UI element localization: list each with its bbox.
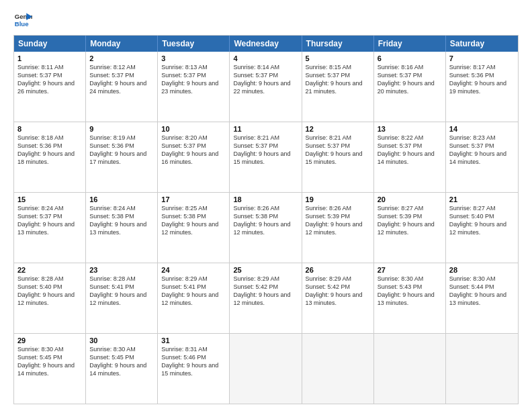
day-info: Sunrise: 8:29 AMSunset: 5:42 PMDaylight:… — [233, 275, 298, 308]
day-number: 30 — [89, 336, 154, 345]
day-info: Sunrise: 8:21 AMSunset: 5:37 PMDaylight:… — [233, 134, 298, 167]
calendar-day-22: 22Sunrise: 8:28 AMSunset: 5:40 PMDayligh… — [14, 263, 86, 333]
day-number: 3 — [161, 54, 226, 62]
calendar-day-28: 28Sunrise: 8:30 AMSunset: 5:44 PMDayligh… — [446, 263, 518, 333]
day-info: Sunrise: 8:21 AMSunset: 5:37 PMDaylight:… — [306, 134, 370, 167]
calendar-day-6: 6Sunrise: 8:16 AMSunset: 5:37 PMDaylight… — [374, 52, 446, 122]
page: General Blue SundayMondayTuesdayWednesda… — [0, 0, 532, 411]
calendar-header-saturday: Saturday — [446, 36, 518, 52]
calendar-day-26: 26Sunrise: 8:29 AMSunset: 5:42 PMDayligh… — [302, 263, 374, 333]
calendar-day-10: 10Sunrise: 8:20 AMSunset: 5:37 PMDayligh… — [158, 122, 230, 192]
calendar-day-9: 9Sunrise: 8:19 AMSunset: 5:36 PMDaylight… — [86, 122, 158, 192]
day-info: Sunrise: 8:28 AMSunset: 5:41 PMDaylight:… — [89, 275, 154, 308]
calendar-week-4: 22Sunrise: 8:28 AMSunset: 5:40 PMDayligh… — [14, 263, 518, 333]
calendar-day-3: 3Sunrise: 8:13 AMSunset: 5:37 PMDaylight… — [158, 52, 230, 122]
day-info: Sunrise: 8:30 AMSunset: 5:43 PMDaylight:… — [378, 275, 442, 308]
calendar-day-15: 15Sunrise: 8:24 AMSunset: 5:37 PMDayligh… — [14, 193, 86, 263]
logo: General Blue — [13, 11, 35, 30]
calendar-day-29: 29Sunrise: 8:30 AMSunset: 5:45 PMDayligh… — [14, 334, 86, 404]
day-info: Sunrise: 8:15 AMSunset: 5:37 PMDaylight:… — [306, 63, 370, 96]
calendar-header-monday: Monday — [86, 36, 158, 52]
day-number: 15 — [17, 195, 82, 203]
day-number: 28 — [449, 266, 515, 274]
calendar-day-16: 16Sunrise: 8:24 AMSunset: 5:38 PMDayligh… — [86, 193, 158, 263]
calendar-day-21: 21Sunrise: 8:27 AMSunset: 5:40 PMDayligh… — [446, 193, 518, 263]
day-number: 13 — [378, 125, 442, 133]
calendar-day-empty — [374, 334, 446, 404]
day-number: 4 — [233, 54, 298, 62]
day-number: 16 — [89, 195, 154, 203]
day-info: Sunrise: 8:28 AMSunset: 5:40 PMDaylight:… — [17, 275, 82, 308]
day-info: Sunrise: 8:18 AMSunset: 5:36 PMDaylight:… — [17, 134, 82, 167]
calendar-day-30: 30Sunrise: 8:30 AMSunset: 5:45 PMDayligh… — [86, 334, 158, 404]
day-info: Sunrise: 8:30 AMSunset: 5:45 PMDaylight:… — [17, 345, 82, 378]
calendar-day-17: 17Sunrise: 8:25 AMSunset: 5:38 PMDayligh… — [158, 193, 230, 263]
day-number: 7 — [449, 54, 515, 62]
day-number: 11 — [233, 125, 298, 133]
calendar-day-5: 5Sunrise: 8:15 AMSunset: 5:37 PMDaylight… — [302, 52, 374, 122]
day-info: Sunrise: 8:22 AMSunset: 5:37 PMDaylight:… — [378, 134, 442, 167]
day-number: 22 — [17, 266, 82, 274]
day-info: Sunrise: 8:12 AMSunset: 5:37 PMDaylight:… — [89, 63, 154, 96]
day-info: Sunrise: 8:17 AMSunset: 5:36 PMDaylight:… — [449, 63, 515, 96]
day-info: Sunrise: 8:16 AMSunset: 5:37 PMDaylight:… — [378, 63, 442, 96]
day-info: Sunrise: 8:20 AMSunset: 5:37 PMDaylight:… — [161, 134, 226, 167]
calendar-week-3: 15Sunrise: 8:24 AMSunset: 5:37 PMDayligh… — [14, 192, 518, 263]
calendar-day-2: 2Sunrise: 8:12 AMSunset: 5:37 PMDaylight… — [86, 52, 158, 122]
day-number: 26 — [306, 266, 370, 274]
day-info: Sunrise: 8:26 AMSunset: 5:39 PMDaylight:… — [306, 204, 370, 237]
calendar-day-empty — [302, 334, 374, 404]
day-number: 24 — [161, 266, 226, 274]
day-info: Sunrise: 8:19 AMSunset: 5:36 PMDaylight:… — [89, 134, 154, 167]
day-number: 2 — [89, 54, 154, 62]
day-info: Sunrise: 8:30 AMSunset: 5:45 PMDaylight:… — [89, 345, 154, 378]
day-number: 29 — [17, 336, 82, 345]
calendar-day-4: 4Sunrise: 8:14 AMSunset: 5:37 PMDaylight… — [230, 52, 302, 122]
day-number: 21 — [449, 195, 515, 203]
svg-text:Blue: Blue — [15, 20, 29, 28]
calendar-day-empty — [446, 334, 518, 404]
day-info: Sunrise: 8:14 AMSunset: 5:37 PMDaylight:… — [233, 63, 298, 96]
calendar-header-friday: Friday — [374, 36, 446, 52]
day-number: 20 — [378, 195, 442, 203]
day-info: Sunrise: 8:25 AMSunset: 5:38 PMDaylight:… — [161, 204, 226, 237]
day-info: Sunrise: 8:24 AMSunset: 5:37 PMDaylight:… — [17, 204, 82, 237]
calendar-day-18: 18Sunrise: 8:26 AMSunset: 5:38 PMDayligh… — [230, 193, 302, 263]
day-number: 27 — [378, 266, 442, 274]
calendar-day-27: 27Sunrise: 8:30 AMSunset: 5:43 PMDayligh… — [374, 263, 446, 333]
day-number: 19 — [306, 195, 370, 203]
day-number: 31 — [161, 336, 226, 345]
day-number: 12 — [306, 125, 370, 133]
day-info: Sunrise: 8:29 AMSunset: 5:41 PMDaylight:… — [161, 275, 226, 308]
calendar-week-2: 8Sunrise: 8:18 AMSunset: 5:36 PMDaylight… — [14, 122, 518, 192]
day-number: 25 — [233, 266, 298, 274]
day-number: 6 — [378, 54, 442, 62]
calendar-week-1: 1Sunrise: 8:11 AMSunset: 5:37 PMDaylight… — [14, 52, 518, 122]
day-info: Sunrise: 8:29 AMSunset: 5:42 PMDaylight:… — [306, 275, 370, 308]
day-info: Sunrise: 8:26 AMSunset: 5:38 PMDaylight:… — [233, 204, 298, 237]
calendar-header-tuesday: Tuesday — [158, 36, 230, 52]
day-info: Sunrise: 8:30 AMSunset: 5:44 PMDaylight:… — [449, 275, 515, 308]
calendar-header-wednesday: Wednesday — [230, 36, 302, 52]
day-info: Sunrise: 8:31 AMSunset: 5:46 PMDaylight:… — [161, 345, 226, 378]
calendar-header-thursday: Thursday — [302, 36, 374, 52]
day-info: Sunrise: 8:27 AMSunset: 5:40 PMDaylight:… — [449, 204, 515, 237]
header: General Blue — [13, 11, 519, 30]
calendar-body: 1Sunrise: 8:11 AMSunset: 5:37 PMDaylight… — [14, 52, 518, 404]
logo-icon: General Blue — [13, 11, 32, 30]
day-number: 18 — [233, 195, 298, 203]
day-number: 23 — [89, 266, 154, 274]
calendar-day-11: 11Sunrise: 8:21 AMSunset: 5:37 PMDayligh… — [230, 122, 302, 192]
day-info: Sunrise: 8:24 AMSunset: 5:38 PMDaylight:… — [89, 204, 154, 237]
calendar-header-row: SundayMondayTuesdayWednesdayThursdayFrid… — [14, 36, 518, 52]
calendar-day-20: 20Sunrise: 8:27 AMSunset: 5:39 PMDayligh… — [374, 193, 446, 263]
calendar-week-5: 29Sunrise: 8:30 AMSunset: 5:45 PMDayligh… — [14, 333, 518, 404]
calendar-day-19: 19Sunrise: 8:26 AMSunset: 5:39 PMDayligh… — [302, 193, 374, 263]
calendar-day-7: 7Sunrise: 8:17 AMSunset: 5:36 PMDaylight… — [446, 52, 518, 122]
calendar-day-1: 1Sunrise: 8:11 AMSunset: 5:37 PMDaylight… — [14, 52, 86, 122]
day-number: 10 — [161, 125, 226, 133]
day-info: Sunrise: 8:13 AMSunset: 5:37 PMDaylight:… — [161, 63, 226, 96]
day-number: 8 — [17, 125, 82, 133]
calendar-header-sunday: Sunday — [14, 36, 86, 52]
day-number: 14 — [449, 125, 515, 133]
